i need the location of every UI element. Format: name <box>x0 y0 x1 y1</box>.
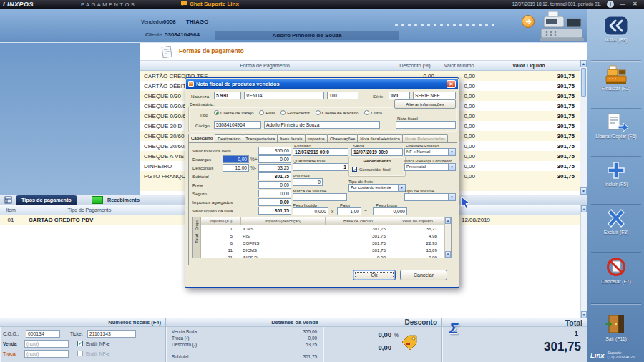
imposto-row[interactable]: 6 COFINS 301,75 22,93 <box>201 240 444 247</box>
tab-recebimento[interactable]: Recebimento <box>107 197 140 203</box>
chat-support-link[interactable]: Chat Suporte Linx <box>180 1 239 7</box>
saida-input[interactable]: 12/07/2019 00:0 <box>351 148 403 156</box>
marca-volume-input[interactable] <box>293 193 347 201</box>
ticket-input[interactable]: 21101343 <box>87 330 136 338</box>
tipo-radio-option[interactable]: Cliente de atacado <box>316 110 359 115</box>
modal-close-icon[interactable]: ✕ <box>447 80 456 88</box>
detalhes-value: 0,00 <box>308 336 317 341</box>
imposto-row[interactable]: 21 INSS D 0,00 0,00 <box>201 254 444 258</box>
modal-tab[interactable]: Destinatário <box>215 134 243 142</box>
voltar-button[interactable]: Voltar (F3) <box>587 16 644 42</box>
tab-tipos-pagamento[interactable]: Tipos de pagamento <box>16 195 77 205</box>
imposto-desc: COFINS <box>241 240 326 247</box>
scroll-up-icon[interactable]: ▲ <box>445 217 451 224</box>
descontos-valor-input[interactable]: 53,25 <box>258 164 291 172</box>
finalidade-dropdown[interactable]: NF-e Normal <box>404 148 456 156</box>
nota-fiscal-input[interactable] <box>396 121 456 129</box>
close-icon[interactable]: ✕ <box>633 1 638 8</box>
natureza-desc-input[interactable]: VENDA <box>244 92 324 99</box>
imposto-base: 301,75 <box>326 225 391 233</box>
tipo-radio-option[interactable]: Cliente de varejo <box>214 110 253 115</box>
natureza-num-input[interactable]: 100 <box>327 92 358 99</box>
payment-liquido: 301,75 <box>478 113 580 119</box>
scroll-up-icon[interactable]: ▲ <box>581 205 587 212</box>
sair-button[interactable]: Sair (F11) <box>587 313 644 341</box>
natureza-code-input[interactable]: 5.930 <box>214 92 241 99</box>
modal-tab[interactable]: Nota fiscal eletrônica <box>357 134 403 142</box>
detalhes-line: Desconto (-) 53,25 <box>172 342 317 347</box>
impostos-total-label: Total <box>195 234 199 243</box>
codigo-input[interactable]: 53084104964 <box>214 121 261 129</box>
tipo-radio-option[interactable]: Fornecedor <box>280 110 310 115</box>
alterar-informacoes-button[interactable]: Alterar informações <box>394 99 456 109</box>
modal-tab[interactable]: Cabeçalho <box>188 134 215 142</box>
incluir-button[interactable]: Incluir (F5) <box>587 160 644 187</box>
modal-tab[interactable]: Observações <box>327 134 358 142</box>
modal-tab[interactable]: Transportadora <box>243 134 278 142</box>
troca-input[interactable]: (nulo) <box>24 350 69 358</box>
marca-volume-label: Marca de volume <box>293 188 326 193</box>
cash-register-icon <box>604 64 628 84</box>
serie-code-input[interactable]: 071 <box>389 92 410 99</box>
modal-tab[interactable]: Notas Referenciadas <box>402 134 448 142</box>
valor-liquido-input[interactable]: 301,75 <box>258 207 291 215</box>
ok-button[interactable]: Ok <box>353 270 396 280</box>
valor-total-input[interactable]: 355,00 <box>258 147 291 155</box>
imposto-base: 301,75 <box>326 247 391 254</box>
payment-scrollbar[interactable]: ▲ ▼ <box>580 60 587 195</box>
tipo-radio-option[interactable]: Outro <box>364 110 381 115</box>
peso-liquido-input[interactable]: 0,000 <box>293 207 328 215</box>
fator-input[interactable]: 1,00 <box>337 207 361 215</box>
impostos-table: Grupo Total Imposto (ID) Imposto (descri… <box>192 217 452 258</box>
imposto-id: 5 <box>201 233 241 240</box>
volumes-input[interactable]: 0 <box>293 178 323 186</box>
imposto-row[interactable]: 1 ICMS 301,75 36,21 <box>201 225 444 233</box>
coo-input[interactable]: 000134 <box>26 330 60 338</box>
scroll-down-icon[interactable]: ▼ <box>445 251 451 258</box>
info-icon[interactable]: i <box>607 1 614 8</box>
encargos-pct-input[interactable]: 0,00 <box>223 155 249 163</box>
modal-tab[interactable]: Impostos <box>305 134 328 142</box>
emitir-nfe-checkbox[interactable]: ✓ <box>77 341 83 346</box>
frete-input[interactable]: 0,00 <box>258 181 291 189</box>
imposto-row[interactable]: 11 DICMS 301,75 15,09 <box>201 247 444 254</box>
codigo-nome-input[interactable]: Adolfo Pinheiro de Souza <box>264 121 380 129</box>
peso-bruto-input[interactable]: 0,000 <box>373 207 407 215</box>
scroll-down-icon[interactable]: ▼ <box>581 311 587 318</box>
next-arrow-button[interactable] <box>522 15 535 28</box>
col-base-calculo: Base de cálculo <box>326 217 391 225</box>
consumidor-final-checkbox[interactable]: ✓ <box>352 167 357 172</box>
presenca-dropdown[interactable]: Presencial <box>404 163 456 171</box>
cancelar-modal-button[interactable]: Cancelar <box>400 270 447 280</box>
scroll-thumb[interactable] <box>581 68 586 97</box>
liberar-copiar-button[interactable]: Liberar/Copiar (F6) <box>587 112 644 139</box>
finalizar-button[interactable]: Finalizar (F2) <box>587 64 644 91</box>
impostos-scrollbar[interactable]: ▲ ▼ <box>444 217 451 258</box>
scroll-down-icon[interactable]: ▼ <box>580 187 587 195</box>
minimize-icon[interactable]: — <box>620 1 625 8</box>
tipo-volume-dropdown[interactable] <box>404 193 456 201</box>
encargos-valor-input[interactable]: 0,00 <box>258 155 291 163</box>
quantidade-input[interactable]: 1 <box>293 163 348 171</box>
impostos-agregados-input[interactable]: 0,00 <box>258 198 291 206</box>
vendedor-name: THIAGO <box>186 19 208 25</box>
emitir-nfe-disabled-checkbox[interactable] <box>77 351 83 356</box>
scroll-up-icon[interactable]: ▲ <box>580 60 587 67</box>
excluir-button[interactable]: Excluir (F8) <box>587 208 644 235</box>
discount-tag-icon[interactable] <box>401 334 419 350</box>
seguro-input[interactable]: 0,00 <box>258 190 291 197</box>
cancelar-button[interactable]: Cancelar (F7) <box>587 256 644 284</box>
emissao-input[interactable]: 12/07/2019 00:0 <box>293 148 348 156</box>
emitir-nfe-label: Emitir NF-e <box>86 341 109 346</box>
peso-liquido-label: Peso líquido <box>293 202 317 207</box>
tipo-frete-dropdown[interactable]: Por conta do emitente <box>348 184 406 192</box>
modal-tab[interactable]: Itens fiscais <box>277 134 305 142</box>
serie-desc-input[interactable]: SERIE NFE <box>413 92 456 99</box>
imposto-row[interactable]: 5 PIS 301,75 4,98 <box>201 233 444 240</box>
descontos-pct-input[interactable]: 15,00 <box>223 164 249 172</box>
received-scrollbar[interactable]: ▲ ▼ <box>580 205 587 318</box>
tipo-radio-option[interactable]: Filial <box>259 110 275 115</box>
subtotal-input[interactable]: 301,75 <box>258 172 291 180</box>
venda-input[interactable]: (nulo) <box>24 340 69 348</box>
modal-titlebar[interactable]: Nota fiscal de produtos vendidos ✕ <box>186 79 458 89</box>
